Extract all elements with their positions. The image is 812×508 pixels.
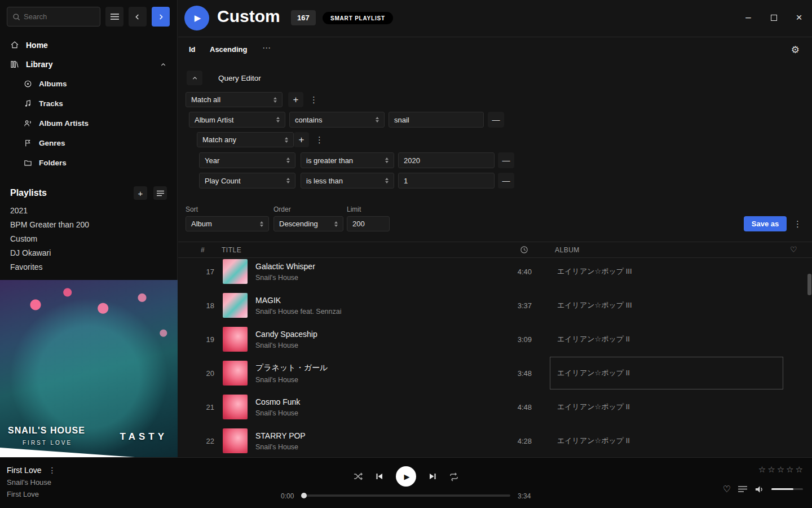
favorite-heart-icon[interactable]: ♡ [723, 484, 731, 494]
scrollbar-thumb[interactable] [807, 274, 811, 295]
query-editor-collapse-button[interactable] [187, 71, 202, 85]
sort-direction-button[interactable]: Ascending [210, 45, 247, 54]
query-editor-title: Query Editor [218, 74, 261, 82]
now-playing-album: First Love [7, 490, 56, 498]
table-row[interactable]: 20 プラネット・ガール Snail's House 3:48 エイリアン☆ポッ… [178, 356, 806, 390]
track-album[interactable]: エイリアン☆ポップ II [550, 323, 783, 356]
track-duration: 4:40 [498, 268, 532, 276]
add-rule-button[interactable]: + [288, 92, 303, 107]
sort-field-button[interactable]: Id [189, 45, 196, 54]
sidebar-item-genres[interactable]: Genres [0, 133, 177, 153]
star-icon[interactable]: ☆ [767, 465, 775, 475]
rule2-field-select[interactable]: Year [199, 152, 295, 168]
next-button[interactable] [428, 472, 437, 481]
column-number[interactable]: # [201, 246, 205, 254]
back-button[interactable] [129, 7, 147, 27]
queue-button[interactable] [738, 485, 747, 493]
seek-bar[interactable] [302, 494, 510, 497]
star-icon[interactable]: ☆ [796, 465, 803, 475]
rule2-value-input[interactable] [398, 152, 495, 168]
rule3-remove-button[interactable]: — [498, 173, 514, 189]
play-playlist-button[interactable]: ▶ [184, 6, 209, 30]
rule2-remove-button[interactable]: — [498, 152, 514, 168]
save-menu-icon[interactable]: ⋮ [793, 219, 802, 229]
group-add-rule-button[interactable]: + [294, 132, 309, 147]
rule3-value-input[interactable] [398, 173, 495, 189]
close-button[interactable]: × [794, 12, 804, 23]
sidebar-item-folders[interactable]: Folders [0, 153, 177, 173]
star-icon[interactable]: ☆ [777, 465, 784, 475]
sidebar-item-library[interactable]: Library [0, 55, 177, 74]
table-row[interactable]: 17 Galactic Whisper Snail's House 4:40 エ… [178, 259, 806, 288]
track-album[interactable]: エイリアン☆ポップ II [550, 391, 783, 423]
track-number: 22 [195, 437, 214, 445]
track-menu-icon[interactable]: ⋮ [48, 466, 56, 475]
search-input[interactable] [24, 12, 95, 21]
volume-slider[interactable] [771, 488, 803, 490]
repeat-button[interactable] [449, 471, 459, 481]
select-value: is greater than [306, 156, 353, 165]
duration-clock-icon[interactable] [520, 246, 528, 254]
rule1-remove-button[interactable]: — [488, 112, 504, 128]
playlist-item[interactable]: Favorites [0, 260, 177, 274]
elapsed-time: 0:00 [281, 492, 294, 500]
sidebar: Home Library Albums Tracks Album Artists [0, 0, 178, 457]
forward-button[interactable] [152, 7, 170, 27]
seek-knob[interactable] [301, 493, 307, 498]
table-row[interactable]: 19 Candy Spaceship Snail's House 3:09 エイ… [178, 322, 806, 356]
playlist-list-button[interactable] [153, 186, 167, 200]
minimize-button[interactable]: – [743, 12, 753, 23]
track-album[interactable]: エイリアン☆ポップ II [550, 424, 783, 457]
now-playing-album-art[interactable]: SNAIL'S HOUSE FIRST LOVE TASTY [0, 280, 178, 457]
table-row[interactable]: 18 MAGIK Snail's House feat. Sennzai 3:3… [178, 288, 806, 322]
rule1-value-input[interactable] [389, 112, 484, 128]
settings-gear-icon[interactable]: ⚙ [791, 44, 800, 56]
track-album[interactable]: エイリアン☆ポップ III [550, 289, 783, 322]
rule3-field-select[interactable]: Play Count [199, 173, 295, 189]
track-title: Galactic Whisper [255, 262, 498, 271]
album-art-thumb [223, 293, 248, 318]
more-options-button[interactable]: ⋯ [262, 43, 271, 53]
window-controls: – × [743, 12, 804, 23]
playlist-item[interactable]: BPM Greater than 200 [0, 217, 177, 231]
save-as-button[interactable]: Save as [744, 216, 787, 231]
rule3-operator-select[interactable]: is less than [301, 173, 394, 189]
sidebar-item-album-artists[interactable]: Album Artists [0, 113, 177, 133]
rule1-operator-select[interactable]: contains [289, 112, 385, 128]
menu-button[interactable] [105, 7, 123, 27]
previous-button[interactable] [375, 472, 384, 481]
star-icon[interactable]: ☆ [786, 465, 793, 475]
shuffle-button[interactable] [353, 471, 363, 481]
album-art-thumb [223, 327, 248, 352]
rule-group-menu-icon[interactable]: ⋮ [310, 95, 318, 105]
group-match-select[interactable]: Match any [197, 132, 294, 147]
chevron-up-icon[interactable] [160, 61, 167, 68]
add-playlist-button[interactable]: + [134, 186, 147, 200]
column-title[interactable]: TITLE [222, 246, 241, 254]
maximize-button[interactable] [769, 12, 779, 23]
search-box[interactable] [7, 7, 100, 27]
play-button[interactable]: ▶ [396, 466, 416, 487]
column-album[interactable]: ALBUM [555, 246, 580, 254]
playlist-item[interactable]: 2021 [0, 203, 177, 217]
track-album[interactable]: エイリアン☆ポップ III [550, 259, 783, 288]
root-match-select[interactable]: Match all [186, 92, 283, 107]
sort-select[interactable]: Album [186, 216, 269, 231]
rule1-field-select[interactable]: Album Artist [189, 112, 285, 128]
track-album-focused[interactable]: エイリアン☆ポップ II [550, 357, 783, 389]
limit-input[interactable] [347, 216, 390, 231]
sidebar-item-home[interactable]: Home [0, 36, 177, 55]
star-icon[interactable]: ☆ [758, 465, 766, 475]
favorite-column-heart-icon[interactable]: ♡ [790, 245, 797, 254]
sidebar-item-albums[interactable]: Albums [0, 74, 177, 94]
playlists-title: Playlists [10, 188, 127, 198]
table-row[interactable]: 21 Cosmo Funk Snail's House 4:48 エイリアン☆ポ… [178, 390, 806, 424]
group-menu-icon[interactable]: ⋮ [315, 135, 324, 145]
rule2-operator-select[interactable]: is greater than [301, 152, 394, 168]
volume-button[interactable] [754, 485, 764, 494]
playlist-item[interactable]: DJ Okawari [0, 246, 177, 260]
playlist-item[interactable]: Custom [0, 231, 177, 246]
table-row[interactable]: 22 STARRY POP Snail's House 4:28 エイリアン☆ポ… [178, 424, 806, 457]
sidebar-item-tracks[interactable]: Tracks [0, 94, 177, 113]
order-select[interactable]: Descending [273, 216, 343, 231]
